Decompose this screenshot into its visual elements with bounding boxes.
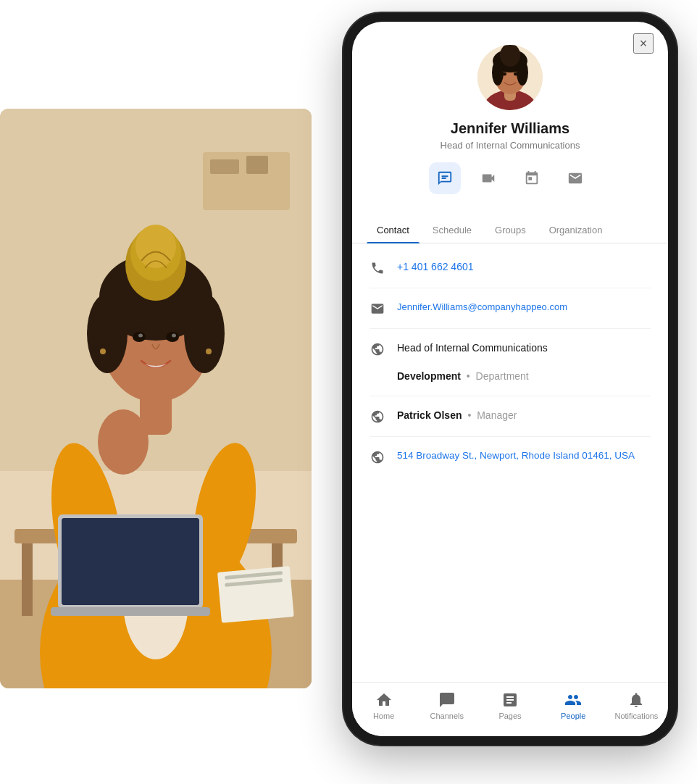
svg-point-21 — [138, 334, 143, 338]
department-contact-item: Development • Department — [352, 367, 668, 394]
svg-rect-4 — [246, 156, 268, 174]
svg-rect-45 — [441, 175, 448, 177]
department-text: Development • Department — [397, 369, 529, 384]
location-icon — [370, 449, 385, 465]
nav-notifications-label: Notifications — [614, 712, 658, 720]
svg-point-22 — [172, 334, 176, 338]
phone-contact-item[interactable]: +1 401 662 4601 — [352, 249, 668, 286]
building-icon-1 — [370, 341, 385, 357]
manager-contact-item[interactable]: Patrick Olsen • Manager — [352, 398, 668, 435]
tab-groups[interactable]: Groups — [485, 217, 536, 243]
address-contact-item[interactable]: 514 Broadway St., Newport, Rhode Island … — [352, 438, 668, 475]
svg-point-19 — [133, 332, 146, 342]
tabs-row: Contact Schedule Groups Organization — [352, 217, 668, 243]
email-address: Jennifer.Williams@companyhappeo.com — [397, 300, 567, 314]
divider-2 — [370, 328, 651, 329]
svg-point-20 — [166, 332, 179, 342]
svg-rect-31 — [51, 607, 210, 616]
phone-screen: × — [352, 22, 668, 736]
contact-list: +1 401 662 4601 Jennifer.Williams@compan… — [352, 243, 668, 682]
nav-pages[interactable]: Pages — [478, 688, 541, 723]
email-action-button[interactable] — [559, 162, 591, 194]
email-contact-item[interactable]: Jennifer.Williams@companyhappeo.com — [352, 290, 668, 327]
svg-rect-7 — [22, 543, 33, 616]
svg-point-15 — [184, 293, 225, 373]
svg-rect-30 — [62, 518, 199, 605]
job-title-contact-item: Head of Internal Communications — [352, 330, 668, 367]
nav-pages-label: Pages — [498, 712, 521, 720]
svg-point-18 — [135, 225, 176, 268]
building-icon-2 — [370, 409, 385, 425]
profile-title: Head of Internal Communications — [441, 140, 580, 151]
action-icons-row — [429, 162, 591, 194]
nav-people-label: People — [561, 712, 585, 720]
svg-point-26 — [98, 409, 149, 475]
phone-icon — [370, 260, 385, 276]
tab-contact[interactable]: Contact — [367, 217, 420, 243]
bottom-nav: Home Channels Pages People — [352, 682, 668, 736]
email-contact-icon — [370, 301, 385, 317]
tab-schedule[interactable]: Schedule — [422, 217, 482, 243]
phone-frame: × — [343, 13, 677, 745]
svg-point-43 — [502, 72, 506, 76]
svg-rect-3 — [210, 159, 239, 174]
job-title-text: Head of Internal Communications — [397, 341, 548, 356]
calendar-action-button[interactable] — [516, 162, 548, 194]
nav-channels[interactable]: Channels — [415, 688, 478, 723]
close-button[interactable]: × — [633, 33, 654, 54]
svg-point-40 — [492, 59, 504, 86]
svg-point-14 — [87, 293, 128, 373]
video-action-button[interactable] — [472, 162, 504, 194]
background-photo — [0, 109, 312, 688]
svg-point-23 — [100, 349, 106, 354]
profile-header: × — [352, 22, 668, 217]
divider-4 — [370, 436, 651, 437]
nav-people[interactable]: People — [542, 688, 605, 723]
svg-rect-46 — [441, 178, 446, 179]
nav-home[interactable]: Home — [352, 688, 415, 723]
phone-number: +1 401 662 4601 — [397, 259, 474, 275]
nav-home-label: Home — [373, 712, 394, 720]
nav-notifications[interactable]: Notifications — [605, 688, 668, 723]
svg-point-41 — [517, 59, 528, 86]
divider-3 — [370, 396, 651, 396]
address-text: 514 Broadway St., Newport, Rhode Island … — [397, 449, 635, 463]
svg-point-24 — [206, 349, 212, 354]
manager-text: Patrick Olsen • Manager — [397, 408, 517, 423]
avatar — [477, 45, 543, 110]
divider-1 — [370, 288, 651, 288]
svg-point-44 — [514, 72, 518, 76]
tab-organization[interactable]: Organization — [539, 217, 613, 243]
message-action-button[interactable] — [429, 162, 461, 194]
nav-channels-label: Channels — [430, 712, 464, 720]
profile-name: Jennifer Williams — [451, 120, 569, 137]
